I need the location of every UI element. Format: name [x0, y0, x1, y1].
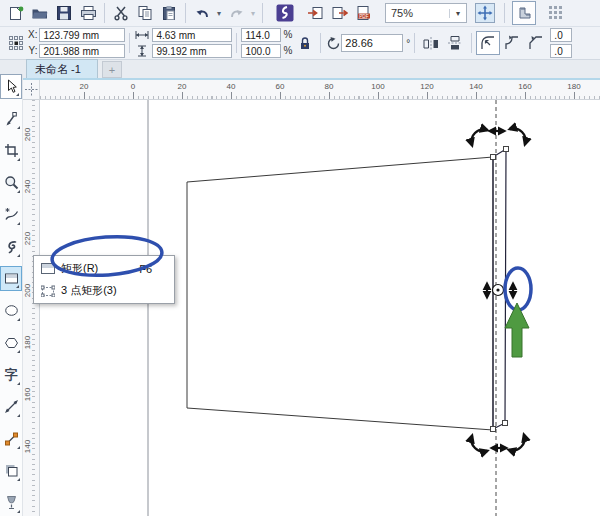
object-height-field[interactable] [152, 44, 232, 58]
fit-page-icon[interactable] [473, 1, 497, 25]
new-document-icon[interactable] [4, 1, 28, 25]
vertical-ruler[interactable]: 260 240 220 200 180 160 140 [23, 100, 40, 516]
import-icon[interactable] [303, 1, 327, 25]
grid-icon[interactable] [544, 1, 568, 25]
cut-icon[interactable] [109, 1, 133, 25]
scale-horizontal-field[interactable] [241, 28, 281, 42]
canvas-drawing [40, 100, 600, 516]
artistic-media-tool[interactable] [0, 234, 22, 259]
rotate-handle-bottom-left[interactable] [471, 436, 487, 452]
rulers-toggle-button[interactable] [512, 1, 536, 25]
three-point-rectangle-menu-icon [39, 285, 57, 297]
rotation-icon [325, 34, 341, 52]
text-tool-glyph: 字 [5, 368, 18, 381]
percent-labels: % % [283, 28, 292, 58]
connector-tool[interactable] [0, 426, 22, 451]
property-bar: X: Y: % % ° [0, 27, 600, 60]
vruler-label: 200 [23, 283, 32, 299]
paste-icon[interactable] [157, 1, 181, 25]
object-width-field[interactable] [152, 28, 232, 42]
vruler-label: 140 [23, 439, 32, 455]
standard-toolbar: ▾ ▾ PDF 75% ▾ [0, 0, 600, 27]
hruler-label: 100 [371, 82, 384, 91]
open-icon[interactable] [28, 1, 52, 25]
horizontal-ruler[interactable]: 20 0 20 40 60 80 100 120 140 160 180 [40, 80, 600, 100]
app-launcher-icon[interactable] [273, 1, 297, 25]
ellipse-tool[interactable] [0, 298, 22, 323]
rectangle-flyout-menu: 矩形(R) F6 3 点矩形(3) [33, 255, 175, 304]
zoom-tool[interactable] [0, 170, 22, 195]
redo-dropdown-icon[interactable]: ▾ [248, 1, 258, 25]
corner-chamfer-button[interactable] [524, 31, 548, 55]
x-label: X: [28, 28, 37, 42]
rotation-center-marker[interactable] [493, 285, 504, 296]
toolbar-separator [185, 3, 186, 23]
object-width-icon [134, 28, 150, 42]
pdf-export-icon[interactable]: PDF [351, 1, 375, 25]
corner-round-button[interactable] [476, 31, 500, 55]
shape-tool[interactable] [0, 106, 22, 131]
polygon-tool[interactable] [0, 330, 22, 355]
scale-vertical-field[interactable] [241, 44, 281, 58]
freehand-tool[interactable] [0, 202, 22, 227]
menu-item-label: 3 点矩形(3) [61, 283, 152, 298]
percent-sign: % [283, 28, 292, 42]
undo-dropdown-icon[interactable]: ▾ [214, 1, 224, 25]
text-tool[interactable]: 字 [0, 362, 22, 387]
zoom-level-combobox[interactable]: 75% ▾ [385, 3, 467, 23]
toolbar-separator [262, 3, 263, 23]
toolbar-separator [504, 3, 505, 23]
pick-tool[interactable] [0, 74, 22, 99]
drop-shadow-tool[interactable] [0, 458, 22, 483]
rotation-angle-field[interactable] [341, 34, 403, 52]
hruler-label: 20 [80, 82, 89, 91]
rotate-handle-top-left[interactable] [471, 129, 487, 145]
propbar-separator [414, 33, 415, 53]
vruler-label: 240 [23, 179, 32, 195]
menu-item-3-point-rectangle[interactable]: 3 点矩形(3) [34, 280, 174, 302]
save-icon[interactable] [52, 1, 76, 25]
transparency-tool[interactable] [0, 490, 22, 515]
document-tab[interactable]: 未命名 -1 [26, 59, 98, 78]
mirror-vertical-icon[interactable] [443, 31, 467, 55]
hruler-label: 180 [567, 82, 580, 91]
dimension-tool[interactable] [0, 394, 22, 419]
propbar-separator [236, 33, 237, 53]
hruler-label: 120 [420, 82, 433, 91]
drawing-canvas[interactable] [40, 100, 600, 516]
object-position-icon [4, 31, 28, 55]
lock-ratio-icon[interactable] [297, 34, 313, 52]
hruler-label: 80 [325, 82, 334, 91]
toolbox: 字 [0, 74, 23, 516]
vruler-label: 220 [23, 231, 32, 247]
xy-labels: X: Y: [28, 28, 37, 58]
trapezoid-shape[interactable] [187, 157, 493, 430]
redo-icon[interactable] [224, 1, 248, 25]
copy-icon[interactable] [133, 1, 157, 25]
propbar-separator [129, 33, 130, 53]
vruler-label: 180 [23, 335, 32, 351]
ruler-origin-corner[interactable] [23, 80, 40, 100]
menu-item-rectangle[interactable]: 矩形(R) F6 [34, 258, 174, 280]
undo-icon[interactable] [190, 1, 214, 25]
crop-tool[interactable] [0, 138, 22, 163]
y-position-field[interactable] [39, 44, 125, 58]
zoom-dropdown-icon[interactable]: ▾ [449, 9, 466, 18]
rotate-handle-bottom-right[interactable] [509, 435, 525, 451]
percent-sign: % [283, 44, 292, 58]
degree-sign: ° [406, 38, 410, 49]
object-height-icon [134, 44, 150, 58]
coreldraw-window: ▾ ▾ PDF 75% ▾ [0, 0, 600, 516]
size-icons [134, 28, 150, 58]
export-icon[interactable] [327, 1, 351, 25]
mirror-horizontal-icon[interactable] [419, 31, 443, 55]
rotate-handle-top-right[interactable] [510, 128, 526, 144]
rectangle-tool[interactable] [0, 266, 22, 291]
corner-radius-top-field[interactable] [550, 28, 572, 42]
new-tab-button[interactable]: + [102, 61, 122, 78]
print-icon[interactable] [76, 1, 100, 25]
x-position-field[interactable] [39, 28, 125, 42]
corner-radius-bottom-field[interactable] [550, 44, 572, 58]
vruler-label: 260 [23, 127, 32, 143]
corner-scallop-button[interactable] [500, 31, 524, 55]
